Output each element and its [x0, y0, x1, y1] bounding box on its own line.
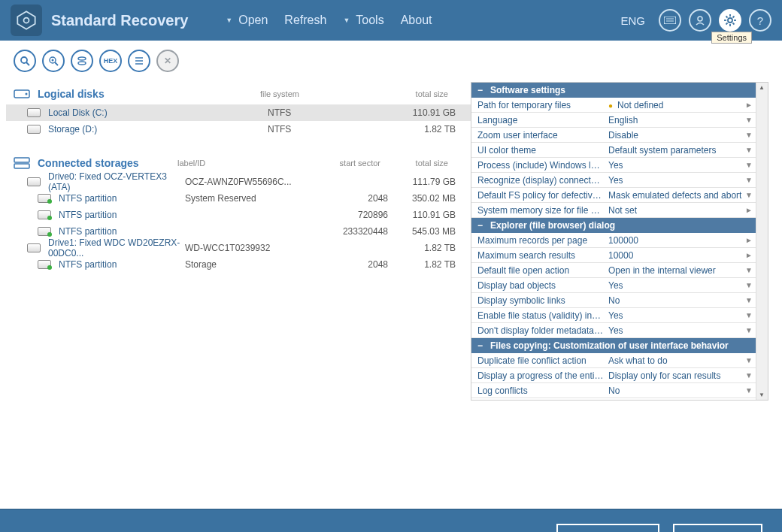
- language-selector[interactable]: ENG: [620, 14, 645, 27]
- hex-button[interactable]: HEX: [99, 50, 122, 72]
- menu-refresh[interactable]: Refresh: [284, 14, 326, 27]
- logical-disk-row[interactable]: Local Disk (C:) NTFS 110.91 GB: [6, 104, 471, 121]
- svg-point-18: [52, 59, 54, 62]
- settings-row[interactable]: Enable file status (validity) indicati..…: [471, 308, 756, 323]
- close-button[interactable]: ✕: [156, 50, 179, 72]
- partition-row[interactable]: NTFS partition Storage 2048 1.82 TB: [6, 256, 471, 273]
- svg-rect-2: [664, 17, 676, 24]
- raid-button[interactable]: [71, 50, 93, 72]
- item-start-sector: 2048: [305, 259, 388, 270]
- logical-disks-header: Logical disks file system total size: [6, 82, 471, 104]
- item-start-sector: 233320448: [305, 226, 388, 237]
- settings-row[interactable]: UI color theme Default system parameters…: [471, 143, 756, 158]
- settings-tooltip: Settings: [711, 32, 752, 44]
- volume-icon: [27, 125, 41, 134]
- main-menu: ▼Open Refresh ▼Tools About: [226, 14, 432, 27]
- settings-row[interactable]: Display symbolic links No ▼: [471, 293, 756, 308]
- item-size: 545.03 MB: [388, 226, 471, 237]
- settings-row[interactable]: Maximum records per page 100000 ►: [471, 233, 756, 248]
- menu-tools[interactable]: ▼Tools: [343, 14, 383, 27]
- settings-row[interactable]: Path for temporary files Not defined ►: [471, 98, 756, 113]
- disk-filesystem: NTFS: [268, 124, 388, 135]
- svg-point-26: [26, 93, 28, 95]
- logical-disk-row[interactable]: Storage (D:) NTFS 1.82 TB: [6, 121, 471, 138]
- setting-key: Maximum search results: [471, 250, 604, 261]
- explore-button[interactable]: Explore: [673, 524, 762, 533]
- drive-row[interactable]: Drive1: Fixed WDC WD20EZRX-00DC0... WD-W…: [6, 240, 471, 256]
- partition-icon: [38, 194, 51, 203]
- setting-indicator-icon: ▼: [742, 266, 756, 274]
- setting-value: 10000: [604, 250, 742, 261]
- setting-key: UI color theme: [471, 145, 604, 156]
- start-scan-button[interactable]: Start scan: [556, 524, 659, 533]
- setting-key: Display bad objects: [471, 280, 604, 291]
- setting-indicator-icon: ►: [742, 236, 756, 244]
- settings-row[interactable]: Zoom user interface Disable ▼: [471, 128, 756, 143]
- item-name: NTFS partition: [59, 226, 185, 237]
- settings-row[interactable]: Log conflicts No ▼: [471, 383, 756, 398]
- settings-panel: −Software settingsPath for temporary fil…: [471, 82, 771, 509]
- settings-row[interactable]: Display a progress of the entire c... Di…: [471, 368, 756, 383]
- setting-indicator-icon: ▼: [742, 371, 756, 379]
- settings-row[interactable]: System memory size for file cache... Not…: [471, 203, 756, 218]
- item-size: 1.82 TB: [388, 259, 471, 270]
- storage-icon: [14, 157, 30, 169]
- item-name: Drive1: Fixed WDC WD20EZRX-00DC0...: [48, 237, 185, 258]
- settings-group-header[interactable]: −Explorer (file browser) dialog: [471, 218, 756, 233]
- header-right: ENG ?: [620, 9, 771, 32]
- svg-point-20: [78, 57, 86, 60]
- partition-row[interactable]: NTFS partition System Reserved 2048 350.…: [6, 190, 471, 207]
- keyboard-icon[interactable]: [659, 9, 681, 32]
- setting-key: Maximum records per page: [471, 235, 604, 246]
- search-button[interactable]: [14, 50, 36, 72]
- header-bar: Standard Recovery ▼Open Refresh ▼Tools A…: [0, 0, 782, 41]
- setting-value: No: [604, 295, 742, 306]
- settings-row[interactable]: Default FS policy for defective blo... M…: [471, 188, 756, 203]
- item-start-sector: 2048: [305, 193, 388, 204]
- settings-group-header[interactable]: −Software settings: [471, 83, 756, 98]
- settings-group-header[interactable]: −Files copying: Customization of user in…: [471, 338, 756, 353]
- settings-row[interactable]: Default file open action Open in the int…: [471, 263, 756, 278]
- svg-line-11: [726, 17, 728, 18]
- drive-icon: [27, 177, 41, 186]
- chevron-down-icon: ▼: [226, 17, 232, 24]
- partition-row[interactable]: NTFS partition 720896 110.91 GB: [6, 207, 471, 223]
- setting-key: Process (include) Windows logical ...: [471, 160, 604, 171]
- setting-value: Display only for scan results: [604, 370, 742, 381]
- item-size: 111.79 GB: [388, 177, 471, 187]
- item-name: Drive0: Fixed OCZ-VERTEX3 (ATA): [48, 171, 185, 192]
- user-icon[interactable]: [689, 9, 711, 32]
- setting-value: Open in the internal viewer: [604, 265, 742, 276]
- setting-key: Zoom user interface: [471, 130, 604, 141]
- disk-size: 1.82 TB: [388, 124, 471, 135]
- item-label: System Reserved: [185, 193, 305, 204]
- drive-row[interactable]: Drive0: Fixed OCZ-VERTEX3 (ATA) OCZ-AWNZ…: [6, 174, 471, 190]
- menu-about[interactable]: About: [401, 14, 432, 27]
- setting-indicator-icon: ▼: [742, 356, 756, 364]
- deep-scan-button[interactable]: [42, 50, 65, 72]
- svg-point-6: [728, 18, 732, 23]
- svg-point-1: [24, 18, 29, 23]
- setting-value: Yes: [604, 175, 742, 186]
- disk-name: Local Disk (C:): [48, 107, 268, 118]
- menu-open[interactable]: ▼Open: [226, 14, 268, 27]
- setting-value: No: [604, 385, 742, 396]
- settings-row[interactable]: Display bad objects Yes ▼: [471, 278, 756, 293]
- app-title: Standard Recovery: [51, 12, 188, 29]
- settings-row[interactable]: Process (include) Windows logical ... Ye…: [471, 158, 756, 173]
- settings-row[interactable]: Language English ▼: [471, 113, 756, 128]
- setting-indicator-icon: ▼: [742, 191, 756, 199]
- list-button[interactable]: [128, 50, 150, 72]
- setting-key: Duplicate file conflict action: [471, 355, 604, 366]
- help-icon[interactable]: ?: [749, 9, 771, 32]
- settings-row[interactable]: Recognize (display) connected me... Yes …: [471, 173, 756, 188]
- setting-key: Default file open action: [471, 265, 604, 276]
- settings-row[interactable]: Duplicate file conflict action Ask what …: [471, 353, 756, 368]
- settings-scrollbar[interactable]: [756, 83, 768, 400]
- settings-row[interactable]: Maximum search results 10000 ►: [471, 248, 756, 263]
- settings-icon[interactable]: [719, 9, 741, 32]
- disk-icon: [14, 88, 30, 100]
- setting-key: Display a progress of the entire c...: [471, 370, 604, 381]
- svg-line-13: [726, 23, 728, 25]
- settings-row[interactable]: Don't display folder metadata size Yes ▼: [471, 323, 756, 338]
